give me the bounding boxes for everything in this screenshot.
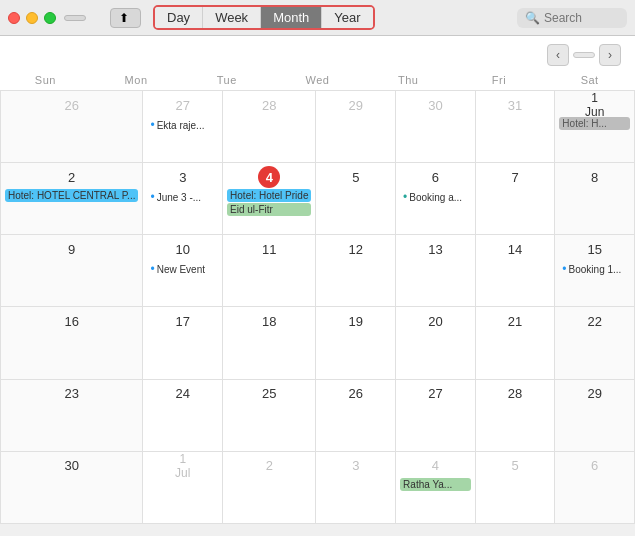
day-number: 3 [172, 166, 194, 188]
calendar-cell[interactable]: 20 [396, 307, 476, 379]
day-number: 28 [504, 383, 526, 405]
calendar-cell[interactable]: 2Hotel: HOTEL CENTRAL P... [1, 163, 143, 235]
view-switcher: Day Week Month Year [153, 5, 375, 30]
calendar-cell[interactable]: 24 [143, 380, 223, 452]
calendar-cell[interactable]: 7 [476, 163, 556, 235]
day-number: 19 [345, 310, 367, 332]
calendar-cell[interactable]: 25 [223, 380, 316, 452]
calendar-cell[interactable]: 26 [316, 380, 396, 452]
next-month-button[interactable]: › [599, 44, 621, 66]
calendar-cell[interactable]: 14 [476, 235, 556, 307]
calendar-cell[interactable]: 19 [316, 307, 396, 379]
nav-area: ‹ › [547, 44, 621, 66]
calendar-event[interactable]: Eid ul-Fitr [227, 203, 311, 216]
calendar: Sun Mon Tue Wed Thu Fri Sat 2627Ekta raj… [0, 70, 635, 524]
calendar-cell[interactable]: 16 [1, 307, 143, 379]
calendar-cell[interactable]: 9 [1, 235, 143, 307]
calendar-event[interactable]: Hotel: Hotel Pride [227, 189, 311, 202]
calendar-cell[interactable]: 21 [476, 307, 556, 379]
calendar-cell[interactable]: 28 [223, 91, 316, 163]
day-number: 31 [504, 94, 526, 116]
calendar-grid: 2627Ekta raje...282930311 JunHotel: H...… [0, 91, 635, 524]
minimize-button[interactable] [26, 12, 38, 24]
calendar-cell[interactable]: 8 [555, 163, 635, 235]
search-icon: 🔍 [525, 11, 540, 25]
day-number: 24 [172, 383, 194, 405]
calendar-cell[interactable]: 6Booking a... [396, 163, 476, 235]
day-number: 5 [504, 455, 526, 477]
day-number: 16 [61, 310, 83, 332]
view-week-button[interactable]: Week [203, 7, 261, 28]
calendar-cell[interactable]: 1 Jul [143, 452, 223, 524]
calendar-event[interactable]: June 3 -... [147, 189, 218, 205]
calendar-cell[interactable]: 27Ekta raje... [143, 91, 223, 163]
calendar-cell[interactable]: 26 [1, 91, 143, 163]
calendar-cell[interactable]: 30 [396, 91, 476, 163]
calendar-event[interactable]: New Event [147, 261, 218, 277]
calendar-event[interactable]: Ratha Ya... [400, 478, 471, 491]
day-number: 18 [258, 310, 280, 332]
calendar-event[interactable]: Ekta raje... [147, 117, 218, 133]
view-day-button[interactable]: Day [155, 7, 203, 28]
view-month-button[interactable]: Month [261, 7, 322, 28]
calendar-event[interactable]: Booking 1... [559, 261, 630, 277]
calendar-cell[interactable]: 23 [1, 380, 143, 452]
calendar-cell[interactable]: 3June 3 -... [143, 163, 223, 235]
calendar-cell[interactable]: 1 JunHotel: H... [555, 91, 635, 163]
titlebar: ⬆ Day Week Month Year 🔍 [0, 0, 635, 36]
calendar-cell[interactable]: 29 [555, 380, 635, 452]
day-number: 27 [172, 94, 194, 116]
day-number: 11 [258, 238, 280, 260]
day-header-sun: Sun [0, 70, 91, 90]
calendar-cell[interactable]: 12 [316, 235, 396, 307]
day-number: 26 [61, 94, 83, 116]
day-number: 17 [172, 310, 194, 332]
calendar-cell[interactable]: 4Hotel: Hotel PrideEid ul-Fitr [223, 163, 316, 235]
calendar-cell[interactable]: 29 [316, 91, 396, 163]
maximize-button[interactable] [44, 12, 56, 24]
day-number: 13 [424, 238, 446, 260]
day-number: 12 [345, 238, 367, 260]
calendar-cell[interactable]: 30 [1, 452, 143, 524]
calendar-cell[interactable]: 5 [476, 452, 556, 524]
calendar-cell[interactable]: 3 [316, 452, 396, 524]
calendar-event[interactable]: Hotel: H... [559, 117, 630, 130]
calendar-cell[interactable]: 28 [476, 380, 556, 452]
close-button[interactable] [8, 12, 20, 24]
calendar-cell[interactable]: 5 [316, 163, 396, 235]
day-header-tue: Tue [181, 70, 272, 90]
calendar-cell[interactable]: 22 [555, 307, 635, 379]
calendar-header: ‹ › [0, 36, 635, 70]
day-number: 9 [61, 238, 83, 260]
search-input[interactable] [544, 11, 619, 25]
calendar-cell[interactable]: 4Ratha Ya... [396, 452, 476, 524]
calendar-cell[interactable]: 11 [223, 235, 316, 307]
upload-icon: ⬆ [119, 11, 129, 25]
day-number: 28 [258, 94, 280, 116]
calendar-cell[interactable]: 31 [476, 91, 556, 163]
calendar-cell[interactable]: 2 [223, 452, 316, 524]
calendar-cell[interactable]: 6 [555, 452, 635, 524]
calendar-cell[interactable]: 10New Event [143, 235, 223, 307]
calendar-cell[interactable]: 17 [143, 307, 223, 379]
view-year-button[interactable]: Year [322, 7, 372, 28]
search-box[interactable]: 🔍 [517, 8, 627, 28]
calendar-event[interactable]: Hotel: HOTEL CENTRAL P... [5, 189, 138, 202]
day-number: 29 [584, 383, 606, 405]
calendar-cell[interactable]: 27 [396, 380, 476, 452]
calendar-cell[interactable]: 13 [396, 235, 476, 307]
day-number: 15 [584, 238, 606, 260]
today-button[interactable] [573, 52, 595, 58]
calendar-cell[interactable]: 15Booking 1... [555, 235, 635, 307]
day-number: 7 [504, 166, 526, 188]
traffic-lights [8, 12, 56, 24]
day-header-thu: Thu [363, 70, 454, 90]
day-number: 6 [424, 166, 446, 188]
upload-button[interactable]: ⬆ [110, 8, 141, 28]
calendars-button[interactable] [64, 15, 86, 21]
calendar-cell[interactable]: 18 [223, 307, 316, 379]
day-number: 8 [584, 166, 606, 188]
day-number: 25 [258, 383, 280, 405]
prev-month-button[interactable]: ‹ [547, 44, 569, 66]
calendar-event[interactable]: Booking a... [400, 189, 471, 205]
